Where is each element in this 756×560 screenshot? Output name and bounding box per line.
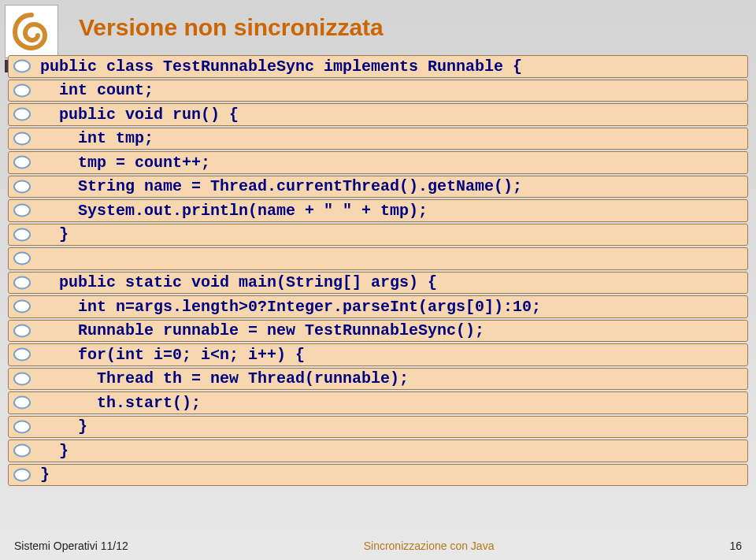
- svg-point-24: [14, 349, 30, 361]
- code-text: for(int i=0; i<n; i++) {: [40, 346, 305, 364]
- code-text: tmp = count++;: [40, 154, 210, 172]
- code-text: public class TestRunnableSync implements…: [40, 57, 522, 76]
- bullet-icon: [13, 132, 32, 146]
- svg-point-15: [17, 231, 21, 234]
- bullet-icon: [13, 251, 32, 265]
- svg-point-0: [14, 61, 30, 72]
- bullet-icon: [13, 443, 32, 458]
- bullet-icon: [13, 276, 32, 290]
- bullet-icon: [13, 347, 32, 362]
- bullet-icon: [13, 324, 32, 338]
- code-text: th.start();: [40, 394, 201, 412]
- code-line: }: [8, 464, 748, 487]
- svg-point-35: [17, 471, 21, 474]
- code-line: System.out.println(name + " " + tmp);: [8, 199, 748, 222]
- svg-point-7: [17, 135, 21, 138]
- code-line: int tmp;: [8, 128, 748, 150]
- svg-point-21: [17, 302, 21, 306]
- bullet-icon: [13, 299, 32, 313]
- svg-point-10: [14, 180, 30, 192]
- bullet-icon: [13, 180, 32, 194]
- code-line: tmp = count++;: [8, 151, 748, 174]
- code-line: Runnable runnable = new TestRunnableSync…: [8, 320, 748, 343]
- footer-mid: Sincronizzazione con Java: [364, 540, 495, 552]
- code-line: th.start();: [8, 391, 748, 414]
- bullet-icon: [13, 468, 32, 482]
- footer-left: Sistemi Operativi 11/12: [14, 540, 128, 552]
- svg-point-11: [17, 183, 21, 186]
- code-line: public void run() {: [8, 103, 748, 126]
- svg-point-20: [14, 301, 30, 313]
- code-line: }: [8, 416, 748, 439]
- bullet-icon: [13, 59, 32, 73]
- code-text: }: [40, 225, 69, 243]
- svg-point-3: [17, 87, 21, 90]
- svg-point-18: [14, 276, 30, 288]
- svg-point-28: [14, 397, 30, 409]
- svg-point-26: [14, 373, 30, 384]
- logo-box: [5, 5, 58, 58]
- svg-point-27: [17, 375, 21, 378]
- svg-point-29: [17, 399, 21, 402]
- bullet-icon: [13, 203, 32, 217]
- code-text: public static void main(String[] args) {: [40, 273, 437, 291]
- code-line: int n=args.length>0?Integer.parseInt(arg…: [8, 295, 748, 318]
- svg-point-6: [14, 132, 30, 144]
- code-text: Thread th = new Thread(runnable);: [40, 369, 409, 388]
- code-text: int n=args.length>0?Integer.parseInt(arg…: [40, 298, 541, 316]
- svg-point-12: [14, 205, 30, 217]
- svg-point-16: [14, 253, 30, 265]
- svg-point-32: [14, 445, 30, 457]
- svg-point-2: [14, 84, 30, 96]
- code-text: int tmp;: [40, 129, 154, 147]
- svg-point-19: [17, 279, 21, 282]
- svg-point-33: [17, 447, 21, 450]
- svg-point-25: [17, 350, 21, 354]
- bullet-icon: [13, 83, 32, 98]
- code-line: for(int i=0; i<n; i++) {: [8, 343, 748, 366]
- bullet-icon: [13, 155, 32, 169]
- slide-title: Versione non sincronizzata: [79, 14, 384, 41]
- svg-point-30: [14, 421, 30, 432]
- svg-point-34: [14, 469, 30, 480]
- code-line: public class TestRunnableSync implements…: [8, 55, 748, 78]
- bullet-icon: [13, 395, 32, 410]
- svg-point-23: [17, 327, 21, 330]
- code-text: }: [40, 442, 69, 460]
- svg-point-31: [17, 423, 21, 426]
- code-line: Thread th = new Thread(runnable);: [8, 368, 748, 391]
- svg-point-1: [17, 62, 21, 65]
- swirl-icon: [10, 10, 53, 53]
- svg-point-5: [17, 110, 21, 113]
- code-area: public class TestRunnableSync implements…: [8, 55, 748, 488]
- svg-point-22: [14, 325, 30, 336]
- code-text: Runnable runnable = new TestRunnableSync…: [40, 321, 484, 339]
- code-line: }: [8, 439, 748, 462]
- code-line: String name = Thread.currentThread().get…: [8, 176, 748, 198]
- bullet-icon: [13, 420, 32, 434]
- code-text: }: [40, 465, 50, 484]
- bullet-icon: [13, 107, 32, 121]
- svg-point-13: [17, 206, 21, 210]
- svg-point-17: [17, 254, 21, 258]
- bullet-icon: [13, 372, 32, 386]
- code-line: int count;: [8, 80, 748, 102]
- code-text: public void run() {: [40, 106, 239, 124]
- svg-point-9: [17, 158, 21, 161]
- code-text: String name = Thread.currentThread().get…: [40, 177, 522, 195]
- code-text: int count;: [40, 81, 154, 99]
- bullet-icon: [13, 228, 32, 242]
- code-line: public static void main(String[] args) {: [8, 272, 748, 295]
- code-line: }: [8, 224, 748, 247]
- code-text: System.out.println(name + " " + tmp);: [40, 202, 428, 220]
- code-line: [8, 247, 748, 270]
- footer: Sistemi Operativi 11/12 Sincronizzazione…: [14, 540, 742, 552]
- svg-point-4: [14, 109, 30, 121]
- svg-point-14: [14, 228, 30, 240]
- footer-right: 16: [729, 540, 742, 552]
- code-text: }: [40, 417, 87, 436]
- svg-point-8: [14, 157, 30, 169]
